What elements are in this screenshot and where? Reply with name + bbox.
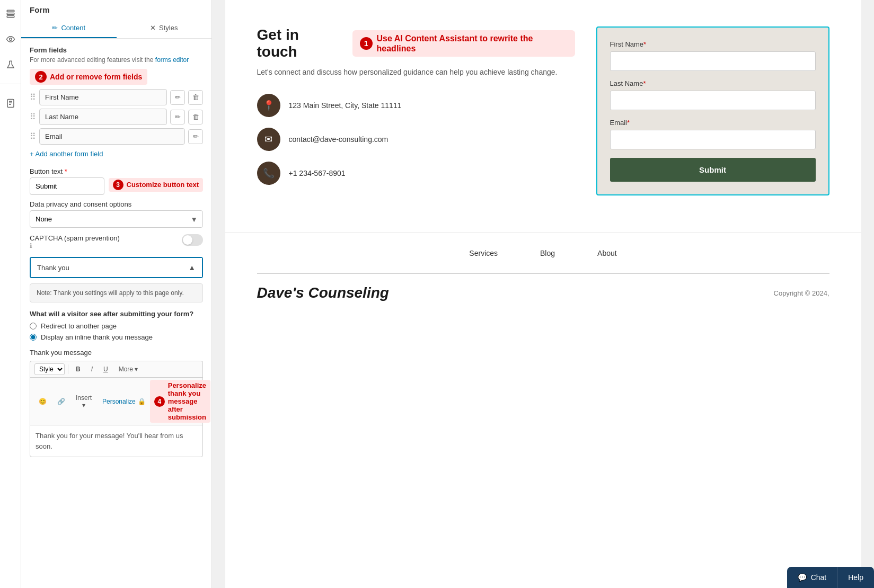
delete-field-lastname[interactable]: 🗑 xyxy=(188,110,203,124)
rich-text-area[interactable]: Thank you for your message! You'll hear … xyxy=(30,425,203,457)
panel-tabs: ✏ Content ✕ Styles xyxy=(21,19,211,39)
panel-content-area: Form fields For more advanced editing fe… xyxy=(21,39,211,588)
captcha-title: CAPTCHA (spam prevention) xyxy=(30,234,176,242)
callout-4-num: 4 xyxy=(154,396,165,407)
button-text-required: * xyxy=(65,167,67,175)
rich-text-toolbar-1: Style B I U More ▾ xyxy=(30,361,203,377)
main-canvas: Get in touch 1 Use AI Content Assistant … xyxy=(212,0,874,588)
form-field-lastname-group: Last Name* xyxy=(610,79,816,119)
edit-field-lastname[interactable]: ✏ xyxy=(170,110,185,124)
contact-subtext: Let's connect and discuss how personaliz… xyxy=(257,67,575,78)
form-firstname-input[interactable] xyxy=(610,51,816,71)
form-fields-desc: For more advanced editing features visit… xyxy=(30,56,203,64)
footer-nav-services[interactable]: Services xyxy=(469,249,498,257)
insert-button[interactable]: Insert ▾ xyxy=(72,392,96,411)
data-privacy-select-wrapper: None Explicit consent Legitimate interes… xyxy=(30,210,203,228)
accordion-header[interactable]: Thank you ▲ xyxy=(31,258,202,277)
underline-button[interactable]: U xyxy=(99,363,112,375)
info-address: 📍 123 Main Street, City, State 11111 xyxy=(257,94,575,117)
address-icon: 📍 xyxy=(257,94,280,117)
phone-icon: 📞 xyxy=(257,162,280,185)
chat-bubble-icon: 💬 xyxy=(798,573,807,582)
drag-handle-firstname[interactable]: ⠿ xyxy=(30,92,36,102)
footer-bottom: Dave's Counseling Copyright © 2024, xyxy=(225,274,861,312)
italic-button[interactable]: I xyxy=(87,363,97,375)
field-name-lastname: Last Name xyxy=(39,109,167,125)
svg-rect-0 xyxy=(7,10,14,12)
callout-personalize: 4 Personalize thank you message after su… xyxy=(150,380,210,423)
ai-callout-1: 1 Use AI Content Assistant to rewrite th… xyxy=(352,30,575,57)
radio-inline-thankyou[interactable]: Display an inline thank you message xyxy=(30,333,203,341)
field-name-email: Email xyxy=(39,128,185,145)
footer-nav-blog[interactable]: Blog xyxy=(540,249,555,257)
button-text-input[interactable] xyxy=(30,177,104,195)
footer-nav-about[interactable]: About xyxy=(597,249,617,257)
add-field-button[interactable]: + Add another form field xyxy=(30,148,103,160)
bold-button[interactable]: B xyxy=(72,363,85,375)
lock-icon: 🔒 xyxy=(138,398,146,405)
form-lastname-input[interactable] xyxy=(610,91,816,110)
thank-you-accordion: Thank you ▲ xyxy=(30,257,203,278)
field-name-firstname: First Name xyxy=(39,89,167,105)
required-star-2: * xyxy=(643,79,646,87)
form-email-input[interactable] xyxy=(610,130,816,149)
more-button[interactable]: More ▾ xyxy=(114,363,142,375)
callout-1-text: Use AI Content Assistant to rewrite the … xyxy=(377,33,568,54)
eye-icon[interactable] xyxy=(2,31,19,48)
chevron-down-icon: ▾ xyxy=(135,366,138,373)
form-field-firstname-group: First Name* xyxy=(610,40,816,79)
callout-2-num: 2 xyxy=(35,71,47,83)
footer-copyright: Copyright © 2024, xyxy=(774,289,829,297)
contact-form-panel: First Name* Last Name* Email* Submi xyxy=(596,26,829,195)
pencil-icon: ✏ xyxy=(52,24,58,32)
radio-group-visitor: Redirect to another page Display an inli… xyxy=(30,322,203,341)
tab-content[interactable]: ✏ Content xyxy=(21,19,117,38)
radio-redirect[interactable]: Redirect to another page xyxy=(30,322,203,330)
email-icon: ✉ xyxy=(257,128,280,151)
footer-nav: Services Blog About xyxy=(225,233,861,273)
chat-label: Chat xyxy=(811,573,827,582)
chat-bar: 💬 Chat Help xyxy=(787,567,874,588)
help-tab[interactable]: Help xyxy=(837,567,874,588)
radio-redirect-input[interactable] xyxy=(30,323,37,329)
link-icon[interactable]: 🔗 xyxy=(53,396,69,407)
help-label: Help xyxy=(848,573,863,582)
x-icon: ✕ xyxy=(150,24,156,32)
page-icon[interactable] xyxy=(2,95,19,112)
callout-3-num: 3 xyxy=(113,180,123,190)
form-field-email-group: Email* xyxy=(610,119,816,158)
personalize-button[interactable]: Personalize 🔒 xyxy=(102,398,146,405)
edit-field-firstname[interactable]: ✏ xyxy=(170,90,185,105)
drag-handle-email[interactable]: ⠿ xyxy=(30,131,36,141)
delete-field-firstname[interactable]: 🗑 xyxy=(188,90,203,105)
svg-rect-1 xyxy=(7,13,14,15)
footer-brand: Dave's Counseling xyxy=(257,284,389,301)
toggle-knob xyxy=(183,235,192,245)
edit-field-email[interactable]: ✏ xyxy=(188,129,203,144)
data-privacy-label: Data privacy and consent options xyxy=(30,200,203,208)
form-submit-button[interactable]: Submit xyxy=(610,158,816,182)
emoji-icon[interactable]: 😊 xyxy=(34,396,51,407)
captcha-toggle[interactable] xyxy=(182,234,203,246)
address-text: 123 Main Street, City, State 11111 xyxy=(289,101,402,110)
info-phone: 📞 +1 234-567-8901 xyxy=(257,162,575,185)
radio-inline-input[interactable] xyxy=(30,334,37,341)
forms-editor-link[interactable]: forms editor xyxy=(155,56,189,64)
thank-you-note-box: Note: Thank you settings will apply to t… xyxy=(30,283,203,302)
field-row-email: ⠿ Email ✏ xyxy=(30,128,203,145)
style-select[interactable]: Style xyxy=(34,363,65,375)
form-firstname-label: First Name* xyxy=(610,40,816,48)
info-email: ✉ contact@dave-consulting.com xyxy=(257,128,575,151)
form-email-label: Email* xyxy=(610,119,816,127)
captcha-info-icon: ℹ xyxy=(30,242,176,250)
flask-icon[interactable] xyxy=(2,56,19,73)
drag-handle-lastname[interactable]: ⠿ xyxy=(30,112,36,122)
left-panel: Form ✏ Content ✕ Styles Form fields For … xyxy=(21,0,212,588)
data-privacy-select[interactable]: None Explicit consent Legitimate interes… xyxy=(30,210,203,228)
rich-text-toolbar-2: 😊 🔗 Insert ▾ Personalize 🔒 4 Personalize… xyxy=(30,377,203,425)
callout-3-text: Customize button text xyxy=(127,181,199,189)
layers-icon[interactable] xyxy=(2,5,19,22)
chat-tab[interactable]: 💬 Chat xyxy=(787,567,838,588)
callout-add-remove-fields: 2 Add or remove form fields xyxy=(30,69,147,85)
tab-styles[interactable]: ✕ Styles xyxy=(117,19,212,38)
